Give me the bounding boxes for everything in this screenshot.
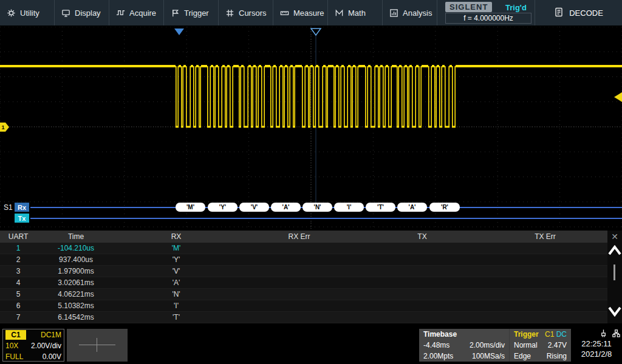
- table-cell: 5.10382ms: [36, 302, 115, 310]
- table-row[interactable]: 54.06221ms'N': [0, 289, 607, 300]
- usb-icon: [599, 329, 608, 340]
- analysis-icon: [389, 8, 398, 18]
- trigger-level-marker[interactable]: [614, 92, 622, 102]
- table-row[interactable]: 65.10382ms'I': [0, 300, 607, 312]
- channel1-coupling: DC1M: [41, 331, 61, 339]
- timebase-delay: -4.48ms: [423, 341, 449, 349]
- menubar-right: SIGLENT Trig'd f = 4.000000Hz DECODE: [437, 0, 622, 25]
- table-row[interactable]: 43.02061ms'A': [0, 277, 607, 289]
- table-header-rx: RX: [115, 232, 237, 241]
- clock-date: 2021/2/8: [571, 349, 622, 359]
- decode-bubble: 'T': [366, 203, 395, 212]
- table-cell: 5: [0, 290, 36, 298]
- rx-bus-chip[interactable]: Rx: [15, 203, 29, 212]
- menu-item-label: Trigger: [184, 8, 209, 18]
- table-scrollbar: ✕: [607, 231, 622, 323]
- menu-item-label: Utility: [20, 8, 39, 18]
- table-header-rx-err: RX Err: [237, 232, 361, 241]
- table-row[interactable]: 1-104.210us'M': [0, 243, 607, 254]
- crosshair-vertical: [97, 338, 97, 352]
- decode-bubble: 'M': [176, 203, 205, 212]
- table-cell: 1.97900ms: [36, 267, 115, 275]
- decode-bubble: 'N': [302, 203, 332, 212]
- trigger-source-coupling: C1 DC: [545, 330, 567, 339]
- channel1-marker-label: 1: [2, 124, 5, 130]
- trigger-delay-marker[interactable]: [174, 29, 184, 35]
- menu-item-measure[interactable]: Measure: [273, 0, 328, 25]
- table-cell: 'A': [115, 278, 237, 287]
- cursors-icon: [225, 8, 234, 18]
- timebase-samplerate: 100MSa/s: [472, 352, 505, 360]
- table-cell: 4.06221ms: [36, 290, 115, 298]
- menubar: UtilityDisplayAcquireTriggerCursorsMeasu…: [0, 0, 622, 25]
- decode-result-table: UARTTimeRXRX ErrTXTX Err 1-104.210us'M'2…: [0, 231, 622, 323]
- table-body: 1-104.210us'M'2937.400us'Y'31.97900ms'V'…: [0, 243, 622, 323]
- crosshair-horizontal: [79, 345, 115, 345]
- menu-item-analysis[interactable]: Analysis: [383, 0, 437, 25]
- table-cell: 'I': [115, 302, 237, 310]
- measure-icon: [280, 8, 289, 18]
- table-header-tx-err: TX Err: [483, 232, 607, 241]
- tx-bus-chip[interactable]: Tx: [15, 214, 29, 223]
- scroll-down-button[interactable]: [608, 306, 621, 319]
- scroll-up-button[interactable]: [608, 245, 621, 258]
- brand-logo: SIGLENT: [445, 2, 492, 12]
- trigger-title: Trigger: [514, 330, 539, 339]
- scrollbar-thumb[interactable]: [613, 265, 615, 280]
- close-table-button[interactable]: ✕: [609, 231, 620, 242]
- table-cell: 7: [0, 313, 36, 322]
- decode-bubble: 'A': [397, 203, 427, 212]
- timebase-scale: 2.00ms/div: [470, 341, 505, 349]
- trigger-slope: Rising: [547, 352, 567, 360]
- menu-item-utility[interactable]: Utility: [0, 0, 55, 25]
- table-cell: 2: [0, 255, 36, 264]
- table-header-tx: TX: [361, 232, 483, 241]
- table-cell: -104.210us: [36, 244, 115, 252]
- math-icon: [335, 8, 344, 18]
- waveform-area[interactable]: 1 S1 Rx Tx 'M''Y''V''A''N''I''T''A''R': [0, 27, 622, 229]
- empty-channel-slot[interactable]: [67, 329, 128, 362]
- trigger-descriptor[interactable]: Trigger C1 DC Normal 2.47V Edge Rising: [509, 329, 571, 362]
- menu-item-label: Cursors: [239, 8, 267, 18]
- decode-bus-label: S1: [4, 203, 13, 212]
- network-icon: [612, 329, 621, 338]
- table-cell: 'Y': [115, 255, 237, 264]
- tx-bus-line: [30, 218, 622, 219]
- table-cell: 'M': [115, 244, 237, 252]
- table-header-uart: UART: [0, 232, 36, 241]
- waveform-svg: 1: [0, 27, 622, 229]
- peripheral-icons: [599, 329, 621, 340]
- timebase-trigger-panel: Timebase -4.48ms 2.00ms/div 2.00Mpts 100…: [419, 329, 571, 362]
- decode-icon: [554, 7, 564, 17]
- table-cell: 3.02061ms: [36, 278, 115, 287]
- menu-item-label: Math: [348, 8, 366, 18]
- decode-bubble: 'V': [239, 203, 269, 212]
- menu-item-cursors[interactable]: Cursors: [219, 0, 273, 25]
- timebase-descriptor[interactable]: Timebase -4.48ms 2.00ms/div 2.00Mpts 100…: [419, 329, 509, 362]
- table-cell: 'N': [115, 290, 237, 298]
- table-header-time: Time: [36, 232, 115, 241]
- display-icon: [61, 8, 70, 18]
- trigger-position-marker[interactable]: [311, 29, 321, 35]
- channel1-probe: 10X: [5, 342, 18, 350]
- trigger-status-badge: Trig'd: [505, 3, 527, 12]
- menu-item-label: Display: [75, 8, 101, 18]
- menu-item-display[interactable]: Display: [55, 0, 109, 25]
- menu-item-math[interactable]: Math: [328, 0, 383, 25]
- table-row[interactable]: 2937.400us'Y': [0, 254, 607, 266]
- decode-bubble: 'R': [429, 203, 460, 212]
- frequency-counter: f = 4.000000Hz: [445, 13, 531, 24]
- menu-item-trigger[interactable]: Trigger: [164, 0, 219, 25]
- menu-item-acquire[interactable]: Acquire: [109, 0, 164, 25]
- usb-icon: [599, 329, 608, 338]
- table-row[interactable]: 76.14542ms'T': [0, 312, 607, 323]
- trigger-type: Edge: [514, 352, 531, 360]
- trigger-source: C1: [545, 330, 554, 339]
- gear-icon: [7, 8, 16, 18]
- channel1-tab: C1: [5, 330, 26, 340]
- channel1-offset: 0.00V: [43, 352, 61, 361]
- chevron-up-icon: [608, 245, 621, 256]
- table-row[interactable]: 31.97900ms'V': [0, 266, 607, 277]
- decode-menu-button[interactable]: DECODE: [535, 0, 622, 25]
- channel1-descriptor[interactable]: C1 DC1M 10X 2.00V/div FULL 0.00V: [2, 329, 64, 362]
